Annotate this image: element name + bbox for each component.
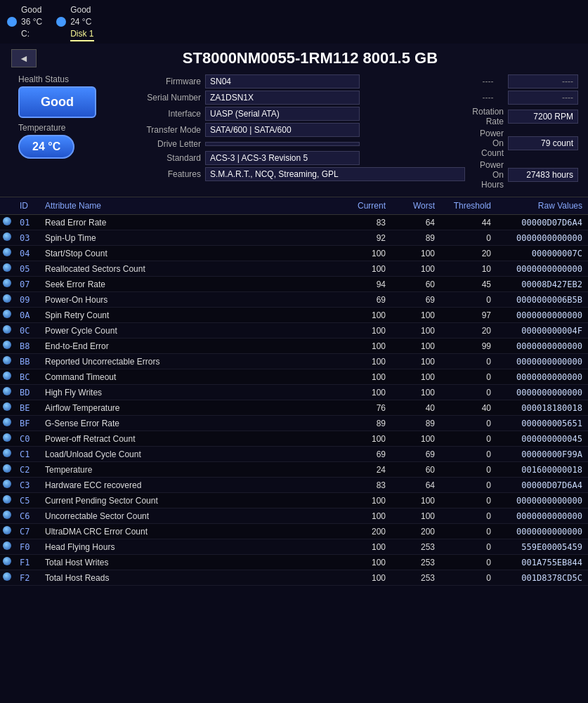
status-dot <box>3 464 11 473</box>
row-threshold: 0 <box>440 570 497 586</box>
table-row: F2 Total Host Reads 100 253 0 001D8378CD… <box>0 570 588 586</box>
row-threshold: 0 <box>440 431 497 447</box>
row-id: 0A <box>14 308 39 323</box>
row-indicator <box>0 323 14 339</box>
row-worst: 100 <box>391 385 440 400</box>
row-indicator <box>0 369 14 385</box>
row-raw: 0000000000000 <box>497 369 588 385</box>
status-dot <box>3 402 11 411</box>
dash2-value: ---- <box>508 91 578 105</box>
row-threshold: 45 <box>440 277 497 292</box>
row-indicator <box>0 308 14 323</box>
row-threshold: 97 <box>440 308 497 323</box>
row-id: BF <box>14 416 39 431</box>
table-row: 07 Seek Error Rate 94 60 45 00008D427EB2 <box>0 277 588 292</box>
row-current: 89 <box>342 416 391 431</box>
status-label-disk1: Good 24 °C Disk 1 <box>70 4 93 39</box>
row-indicator <box>0 555 14 570</box>
row-current: 100 <box>342 339 391 354</box>
drive-letter-label: Drive Letter <box>124 139 201 149</box>
health-status-label: Health Status <box>18 74 69 84</box>
status-dot <box>3 356 11 364</box>
row-name: UltraDMA CRC Error Count <box>39 524 342 539</box>
status-label-c: Good 36 °C C: <box>21 4 42 39</box>
row-id: C7 <box>14 524 39 539</box>
row-worst: 69 <box>391 447 440 462</box>
row-current: 24 <box>342 462 391 478</box>
row-current: 100 <box>342 308 391 323</box>
row-worst: 89 <box>391 416 440 431</box>
health-badge: Good <box>18 86 96 118</box>
row-raw: 0000000000000 <box>497 339 588 354</box>
row-current: 200 <box>342 524 391 539</box>
back-button[interactable]: ◄ <box>11 49 37 67</box>
firmware-row: Firmware SN04 <box>124 74 465 88</box>
table-row: BE Airflow Temperature 76 40 40 00001818… <box>0 400 588 416</box>
col-threshold-header: Threshold <box>440 197 497 215</box>
row-threshold: 0 <box>440 462 497 478</box>
row-current: 76 <box>342 400 391 416</box>
row-threshold: 0 <box>440 478 497 493</box>
row-worst: 100 <box>391 508 440 524</box>
row-indicator <box>0 462 14 478</box>
row-name: Command Timeout <box>39 369 342 385</box>
table-row: C7 UltraDMA CRC Error Count 200 200 0 00… <box>0 524 588 539</box>
row-worst: 69 <box>391 292 440 308</box>
table-body: 01 Read Error Rate 83 64 44 00000D07D6A4… <box>0 215 588 586</box>
table-row: 05 Reallocated Sectors Count 100 100 10 … <box>0 261 588 277</box>
status-dot <box>3 310 11 318</box>
status-dot <box>3 526 11 534</box>
status-dot <box>3 557 11 565</box>
table-row: F1 Total Host Writes 100 253 0 001A755EB… <box>0 555 588 570</box>
row-current: 100 <box>342 369 391 385</box>
table-row: 0A Spin Retry Count 100 100 97 000000000… <box>0 308 588 323</box>
firmware-label: Firmware <box>124 77 201 86</box>
row-id: B8 <box>14 339 39 354</box>
row-name: Temperature <box>39 462 342 478</box>
status-dot <box>3 511 11 519</box>
row-name: Power Cycle Count <box>39 323 342 339</box>
row-worst: 100 <box>391 369 440 385</box>
row-worst: 40 <box>391 400 440 416</box>
row-current: 100 <box>342 354 391 369</box>
row-threshold: 0 <box>440 385 497 400</box>
table-row: 0C Power Cycle Count 100 100 20 00000000… <box>0 323 588 339</box>
table-row: C1 Load/Unload Cycle Count 69 69 0 00000… <box>0 447 588 462</box>
row-current: 100 <box>342 246 391 261</box>
power-count-row: Power On Count 79 count <box>472 129 578 158</box>
row-worst: 100 <box>391 431 440 447</box>
table-row: BB Reported Uncorrectable Errors 100 100… <box>0 354 588 369</box>
status-dot <box>3 541 11 550</box>
status-dot <box>3 495 11 504</box>
row-worst: 100 <box>391 354 440 369</box>
table-row: 03 Spin-Up Time 92 89 0 0000000000000 <box>0 230 588 246</box>
interface-row: Interface UASP (Serial ATA) <box>124 107 465 121</box>
row-worst: 60 <box>391 277 440 292</box>
row-name: High Fly Writes <box>39 385 342 400</box>
row-current: 69 <box>342 292 391 308</box>
row-indicator <box>0 339 14 354</box>
row-current: 100 <box>342 555 391 570</box>
status-dot <box>3 418 11 426</box>
rotation-value: 7200 RPM <box>508 110 578 124</box>
row-raw: 0000000000000 <box>497 385 588 400</box>
dash1-value: ---- <box>508 74 578 88</box>
row-indicator <box>0 539 14 555</box>
row-indicator <box>0 292 14 308</box>
row-id: C3 <box>14 478 39 493</box>
row-worst: 100 <box>391 323 440 339</box>
rotation-row: Rotation Rate 7200 RPM <box>472 107 578 126</box>
row-indicator <box>0 400 14 416</box>
status-dot <box>3 480 11 488</box>
row-threshold: 10 <box>440 261 497 277</box>
row-worst: 253 <box>391 539 440 555</box>
row-raw: 00000000F99A <box>497 447 588 462</box>
row-threshold: 0 <box>440 369 497 385</box>
row-current: 100 <box>342 493 391 508</box>
row-id: BB <box>14 354 39 369</box>
status-dot <box>3 248 11 256</box>
drive-letter-row: Drive Letter <box>124 139 465 149</box>
row-current: 100 <box>342 261 391 277</box>
row-id: 09 <box>14 292 39 308</box>
row-id: 04 <box>14 246 39 261</box>
